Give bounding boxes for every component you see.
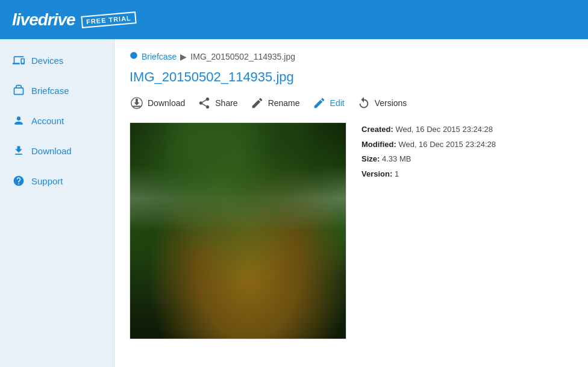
versions-btn-icon [357,96,371,110]
download-icon [12,144,25,157]
breadcrumb-home-icon [130,51,138,62]
sidebar-item-download-label: Download [31,146,72,156]
devices-icon [12,54,25,67]
logo: livedrive [12,10,75,30]
file-created: Created: Wed, 16 Dec 2015 23:24:28 [361,122,496,137]
edit-button-label: Edit [330,98,345,108]
file-title: IMG_20150502_114935.jpg [130,69,573,85]
breadcrumb-separator: ▶ [180,52,187,61]
download-button[interactable]: Download [130,96,185,110]
versions-button[interactable]: Versions [357,96,407,110]
version-label: Version: [361,169,392,178]
sidebar-item-devices-label: Devices [31,55,63,66]
versions-button-label: Versions [375,98,407,108]
rename-btn-icon [250,96,264,110]
download-button-label: Download [148,98,185,108]
file-image-preview [130,123,346,339]
sidebar: Devices Briefcase Account Download Suppo [0,39,114,367]
file-toolbar: Download Share Rename Edit [130,96,573,110]
breadcrumb: Briefcase ▶ IMG_20150502_114935.jpg [130,51,573,62]
file-content-area: Created: Wed, 16 Dec 2015 23:24:28 Modif… [130,122,573,339]
breadcrumb-current: IMG_20150502_114935.jpg [190,52,295,61]
file-modified: Modified: Wed, 16 Dec 2015 23:24:28 [361,137,496,152]
file-version: Version: 1 [361,167,496,182]
created-label: Created: [361,125,393,134]
app-header: livedrive FREE TRIAL [0,0,588,39]
created-value: Wed, 16 Dec 2015 23:24:28 [395,125,493,134]
sidebar-item-devices[interactable]: Devices [0,45,114,75]
main-layout: Devices Briefcase Account Download Suppo [0,39,588,367]
download-btn-icon [130,96,144,110]
file-metadata: Created: Wed, 16 Dec 2015 23:24:28 Modif… [361,122,496,339]
file-image-container [130,122,346,339]
support-icon [12,174,25,187]
version-value: 1 [395,169,399,178]
share-btn-icon [197,96,211,110]
share-button-label: Share [215,98,237,108]
rename-button-label: Rename [268,98,300,108]
account-icon [12,114,25,127]
main-content: Briefcase ▶ IMG_20150502_114935.jpg IMG_… [114,39,588,367]
modified-value: Wed, 16 Dec 2015 23:24:28 [398,140,496,149]
size-label: Size: [361,154,380,163]
edit-button[interactable]: Edit [312,96,345,110]
sidebar-item-briefcase-label: Briefcase [31,86,69,96]
size-value: 4.33 MB [382,154,411,163]
svg-point-0 [130,52,137,59]
sidebar-item-briefcase[interactable]: Briefcase [0,75,114,105]
sidebar-item-account-label: Account [31,116,64,126]
file-size: Size: 4.33 MB [361,152,496,167]
sidebar-item-support-label: Support [31,176,63,186]
sidebar-item-support[interactable]: Support [0,166,114,196]
rename-button[interactable]: Rename [250,96,300,110]
edit-btn-icon [312,96,327,110]
breadcrumb-parent-link[interactable]: Briefcase [142,52,177,61]
share-button[interactable]: Share [197,96,237,110]
modified-label: Modified: [361,140,396,149]
sidebar-item-account[interactable]: Account [0,105,114,136]
sidebar-item-download[interactable]: Download [0,136,114,166]
briefcase-icon [12,84,25,97]
free-trial-badge: FREE TRIAL [81,11,136,28]
